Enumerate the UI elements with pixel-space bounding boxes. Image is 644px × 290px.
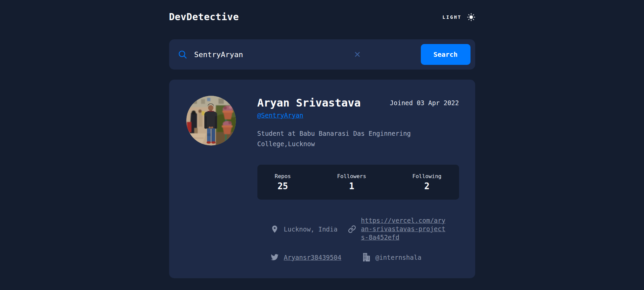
- stat-followers: Followers 1: [337, 173, 366, 191]
- search-icon: [178, 50, 187, 59]
- header: DevDetective LIGHT: [169, 11, 475, 23]
- sun-icon: [467, 13, 475, 21]
- profile-name: Aryan Srivastava: [257, 96, 361, 110]
- twitter-item: Aryansr38439504: [271, 254, 348, 261]
- avatar: [186, 96, 236, 146]
- twitter-icon: [271, 254, 279, 260]
- search-bar: SentryAryan ✕ Search: [169, 39, 475, 70]
- theme-toggle-button[interactable]: LIGHT: [442, 13, 475, 21]
- joined-date: Joined 03 Apr 2022: [390, 99, 459, 107]
- building-icon: [362, 253, 370, 261]
- stat-value: 2: [412, 181, 442, 191]
- stat-value: 1: [337, 181, 366, 191]
- profile-card: Aryan Srivastava Joined 03 Apr 2022 @Sen…: [169, 80, 475, 278]
- stats-bar: Repos 25 Followers 1 Following 2: [257, 165, 459, 200]
- stat-label: Repos: [275, 173, 291, 179]
- stat-repos: Repos 25: [275, 173, 291, 191]
- stat-label: Followers: [337, 173, 366, 179]
- website-item: https://vercel.com/aryan-srivastavas-pro…: [348, 216, 459, 242]
- profile-bio: Student at Babu Banarasi Das Enginnering…: [257, 128, 459, 149]
- search-button[interactable]: Search: [421, 44, 470, 65]
- location-pin-icon: [271, 225, 279, 233]
- stat-label: Following: [412, 173, 442, 179]
- location-item: Lucknow, India: [271, 225, 348, 233]
- search-input[interactable]: SentryAryan: [194, 50, 354, 59]
- app-title: DevDetective: [169, 11, 239, 23]
- location-text: Lucknow, India: [284, 225, 338, 233]
- stat-value: 25: [275, 181, 291, 191]
- page-container: DevDetective LIGHT: [169, 0, 475, 278]
- profile-content: Aryan Srivastava Joined 03 Apr 2022 @Sen…: [257, 96, 459, 261]
- link-icon: [348, 225, 356, 233]
- website-link[interactable]: https://vercel.com/aryan-srivastavas-pro…: [361, 216, 446, 242]
- clear-x-icon[interactable]: ✕: [354, 50, 361, 59]
- stat-following: Following 2: [412, 173, 442, 191]
- username-link[interactable]: @SentryAryan: [257, 111, 303, 120]
- company-item: @internshala: [362, 253, 459, 261]
- company-text: @internshala: [376, 254, 422, 261]
- profile-links: Lucknow, India https://vercel.com/aryan-…: [257, 216, 459, 261]
- theme-toggle-label: LIGHT: [442, 14, 461, 20]
- twitter-link[interactable]: Aryansr38439504: [284, 254, 342, 261]
